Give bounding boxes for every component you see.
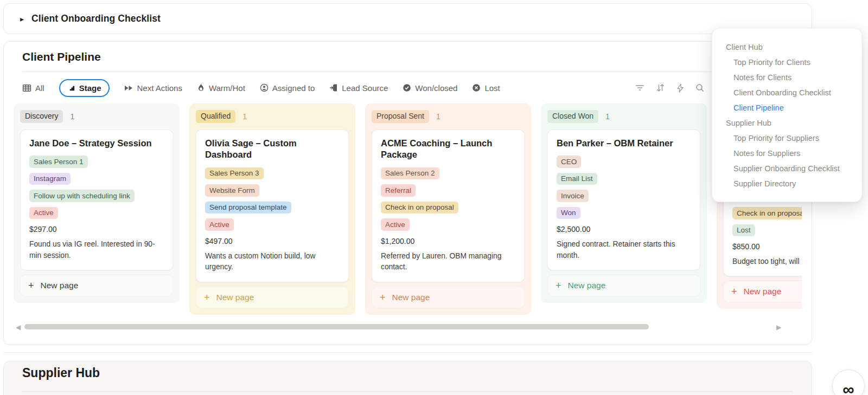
card-tag: Sales Person 2 bbox=[381, 167, 439, 180]
new-page-button[interactable]: + New page bbox=[547, 275, 700, 296]
dropdown-item-client-hub[interactable]: Client Hub bbox=[712, 40, 861, 55]
card-note: Found us via IG reel. Interested in 90-m… bbox=[29, 239, 164, 261]
card-tag: Referral bbox=[381, 184, 416, 197]
card-tag: Email List bbox=[557, 173, 597, 185]
navigation-dropdown: Client Hub Top Priority for Clients Note… bbox=[712, 28, 862, 202]
card-tag: Active bbox=[381, 218, 410, 231]
horizontal-scrollbar[interactable]: ◀ ▶ bbox=[4, 322, 813, 334]
card-tag: Check in on proposal bbox=[732, 207, 802, 219]
dropdown-item-top-priority-for-suppliers[interactable]: Top Priority for Suppliers bbox=[712, 131, 861, 146]
tab-lost[interactable]: Lost bbox=[472, 83, 500, 93]
column-title-pill[interactable]: Proposal Sent bbox=[372, 110, 429, 123]
infinity-icon: ∞ bbox=[843, 381, 854, 395]
card-note: Budget too tight, will bbox=[732, 256, 802, 267]
view-tabs: All Stage Next Actions Warm/Hot Assigned… bbox=[22, 75, 500, 100]
tab-won-closed[interactable]: Won/closed bbox=[403, 83, 457, 93]
dropdown-item-supplier-onboarding-checklist[interactable]: Supplier Onboarding Checklist bbox=[712, 161, 861, 176]
card-note: Wants a custom Notion build, low urgency… bbox=[205, 251, 340, 273]
card-tag: Invoice bbox=[557, 190, 589, 202]
column-count: 1 bbox=[242, 112, 247, 121]
column-title-pill[interactable]: Closed Won bbox=[547, 110, 598, 123]
door-enter-icon bbox=[329, 83, 338, 92]
supplier-hub-title: Supplier Hub bbox=[22, 366, 100, 380]
dropdown-item-top-priority-for-clients[interactable]: Top Priority for Clients bbox=[712, 55, 861, 70]
card-tag: Sales Person 3 bbox=[205, 167, 264, 180]
tab-assigned-to[interactable]: Assigned to bbox=[260, 83, 315, 93]
column-count: 1 bbox=[605, 112, 610, 121]
column-title-pill[interactable]: Discovery bbox=[20, 110, 63, 123]
scroll-right-arrow-icon[interactable]: ▶ bbox=[776, 323, 781, 331]
card-tag: Won bbox=[557, 207, 580, 219]
column-closed-won: Closed Won 1 Ben Parker – OBM Retainer C… bbox=[541, 103, 707, 303]
column-discovery: Discovery 1 Jane Doe – Strategy Session … bbox=[14, 103, 180, 303]
card-tag: Follow up with scheduling link bbox=[29, 190, 135, 202]
card-tag: Active bbox=[205, 218, 234, 231]
column-title-pill[interactable]: Qualified bbox=[196, 110, 235, 123]
page-title: Client Pipeline bbox=[22, 50, 101, 63]
card-amount: $1,200.00 bbox=[381, 237, 515, 245]
card-note: Signed contract. Retainer starts this mo… bbox=[557, 239, 691, 261]
kanban-card[interactable]: Jane Doe – Strategy Session Sales Person… bbox=[20, 129, 173, 270]
stairs-icon bbox=[67, 84, 75, 92]
card-title: Olivia Sage – Custom Dashboard bbox=[205, 138, 340, 161]
tab-stage[interactable]: Stage bbox=[59, 79, 110, 97]
dropdown-item-notes-for-clients[interactable]: Notes for Clients bbox=[712, 70, 861, 85]
toggle-client-onboarding-checklist[interactable]: ▸ Client Onboarding Checklist bbox=[20, 4, 161, 34]
dropdown-item-supplier-hub[interactable]: Supplier Hub bbox=[712, 115, 861, 131]
flame-icon bbox=[197, 83, 205, 92]
kanban-card[interactable]: Ben Parker – OBM Retainer CEO Email List… bbox=[547, 129, 700, 270]
dropdown-item-notes-for-suppliers[interactable]: Notes for Suppliers bbox=[712, 146, 861, 161]
card-amount: $850.00 bbox=[732, 242, 802, 251]
toggle-title: Client Onboarding Checklist bbox=[31, 13, 161, 24]
column-count: 1 bbox=[70, 112, 74, 121]
new-page-button[interactable]: + New page bbox=[196, 287, 349, 308]
plus-icon: + bbox=[28, 281, 34, 290]
onboarding-checklist-section: ▸ Client Onboarding Checklist bbox=[3, 3, 812, 34]
scrollbar-thumb[interactable] bbox=[24, 324, 649, 329]
help-widget-button[interactable]: ∞ bbox=[832, 370, 865, 395]
new-page-button[interactable]: + New page bbox=[20, 275, 173, 296]
new-page-button[interactable]: + New page bbox=[372, 287, 525, 308]
card-title: Jane Doe – Strategy Session bbox=[29, 138, 164, 149]
client-pipeline-section: Client Pipeline All Stage Next Actions W… bbox=[3, 41, 812, 345]
collapse-triangle-icon[interactable]: ▸ bbox=[20, 15, 24, 23]
plus-icon: + bbox=[380, 293, 386, 302]
table-icon bbox=[22, 83, 31, 93]
card-tag: Instagram bbox=[29, 173, 71, 185]
divider bbox=[22, 391, 793, 392]
column-qualified: Qualified 1 Olivia Sage – Custom Dashboa… bbox=[189, 103, 355, 315]
plus-icon: + bbox=[204, 293, 210, 302]
dropdown-item-client-pipeline[interactable]: Client Pipeline bbox=[712, 100, 861, 115]
column-proposal-sent: Proposal Sent 1 ACME Coaching – Launch P… bbox=[365, 103, 531, 315]
tab-warm-hot[interactable]: Warm/Hot bbox=[197, 83, 245, 93]
tab-next-actions[interactable]: Next Actions bbox=[124, 83, 182, 93]
card-tag: Sales Person 1 bbox=[29, 156, 88, 168]
card-tag: Send proposal template bbox=[205, 202, 291, 214]
automation-lightning-icon[interactable] bbox=[676, 83, 684, 93]
card-tag: CEO bbox=[557, 156, 581, 168]
plus-icon: + bbox=[556, 281, 561, 290]
card-tag: Check in on proposal bbox=[381, 202, 458, 214]
view-toolbar bbox=[635, 75, 704, 100]
card-tag: Lost bbox=[732, 224, 755, 237]
card-amount: $497.00 bbox=[205, 237, 340, 245]
filter-icon[interactable] bbox=[635, 84, 644, 92]
scroll-left-arrow-icon[interactable]: ◀ bbox=[16, 323, 21, 331]
dropdown-item-supplier-directory[interactable]: Supplier Directory bbox=[712, 176, 861, 191]
kanban-card[interactable]: Olivia Sage – Custom Dashboard Sales Per… bbox=[196, 129, 349, 282]
dropdown-item-client-onboarding-checklist[interactable]: Client Onboarding Checklist bbox=[712, 85, 861, 100]
x-circle-icon bbox=[472, 83, 481, 92]
badge-check-icon bbox=[403, 83, 411, 92]
sort-icon[interactable] bbox=[656, 83, 665, 92]
card-amount: $2,500.00 bbox=[557, 225, 691, 234]
card-tag: Active bbox=[29, 207, 58, 219]
search-icon[interactable] bbox=[695, 83, 704, 92]
divider bbox=[3, 352, 812, 353]
person-icon bbox=[260, 83, 269, 92]
kanban-board: Discovery 1 Jane Doe – Strategy Session … bbox=[14, 103, 802, 315]
tab-all[interactable]: All bbox=[22, 83, 44, 93]
tab-lead-source[interactable]: Lead Source bbox=[329, 83, 388, 93]
new-page-button[interactable]: + New page bbox=[723, 281, 802, 302]
supplier-hub-section: Supplier Hub bbox=[3, 361, 812, 395]
kanban-card[interactable]: ACME Coaching – Launch Package Sales Per… bbox=[372, 129, 525, 282]
